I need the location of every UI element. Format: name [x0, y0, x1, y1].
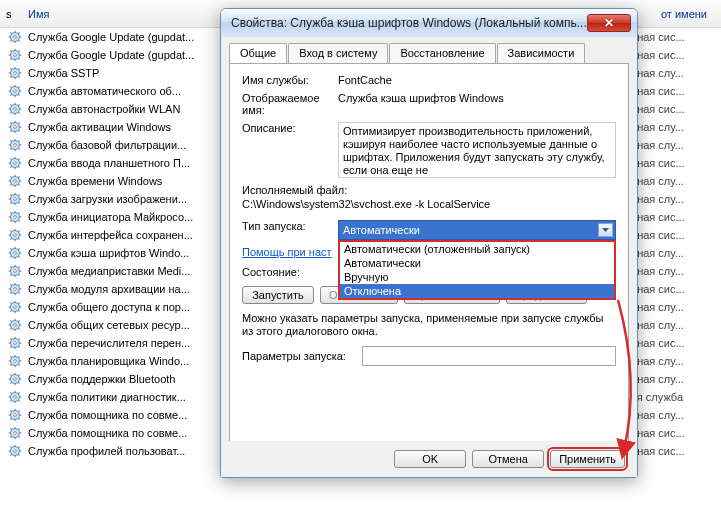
tab-recovery[interactable]: Восстановление — [389, 43, 495, 63]
svg-point-61 — [14, 144, 17, 147]
svg-line-86 — [10, 176, 11, 177]
dropdown-option[interactable]: Автоматически — [340, 256, 614, 270]
tab-page-general: Имя службы: FontCache Отображаемое имя: … — [229, 63, 629, 451]
label-startup-type: Тип запуска: — [242, 220, 338, 240]
svg-line-38 — [18, 86, 19, 87]
startup-type-combobox[interactable]: Автоматически — [338, 220, 616, 240]
svg-line-169 — [10, 328, 11, 329]
ok-button[interactable]: OK — [394, 450, 466, 468]
row-tail: льная слу... — [625, 175, 715, 187]
tab-dependencies[interactable]: Зависимости — [497, 43, 586, 63]
startup-type-selected: Автоматически — [343, 224, 420, 236]
close-icon: ✕ — [604, 16, 614, 30]
cancel-button[interactable]: Отмена — [472, 450, 544, 468]
header-left-fragment: s — [6, 8, 24, 20]
svg-point-31 — [14, 90, 17, 93]
svg-point-191 — [14, 378, 17, 381]
column-right-fragment: от имени — [635, 8, 715, 20]
tab-strip: Общие Вход в систему Восстановление Зави… — [221, 37, 637, 63]
dropdown-option[interactable]: Вручную — [340, 270, 614, 284]
gear-icon — [6, 228, 24, 242]
svg-point-171 — [14, 342, 17, 345]
gear-icon — [6, 336, 24, 350]
svg-line-177 — [18, 346, 19, 347]
svg-point-111 — [14, 234, 17, 237]
startup-type-dropdown[interactable]: Автоматически (отложенный запуск)Автомат… — [338, 240, 616, 300]
tab-general[interactable]: Общие — [229, 43, 287, 63]
svg-point-51 — [14, 126, 17, 129]
chevron-down-icon — [598, 223, 613, 237]
value-executable-path: C:\Windows\system32\svchost.exe -k Local… — [242, 198, 616, 210]
row-tail: льная сис... — [625, 337, 715, 349]
svg-line-149 — [10, 292, 11, 293]
svg-line-116 — [10, 230, 11, 231]
label-display-name: Отображаемое имя: — [242, 92, 338, 116]
svg-line-78 — [18, 158, 19, 159]
tab-logon[interactable]: Вход в систему — [288, 43, 388, 63]
gear-icon — [6, 282, 24, 296]
dialog-title: Свойства: Служба кэша шрифтов Windows (Л… — [227, 16, 587, 30]
svg-line-167 — [18, 328, 19, 329]
svg-line-236 — [10, 446, 11, 447]
svg-line-226 — [10, 428, 11, 429]
svg-line-206 — [10, 392, 11, 393]
label-service-name: Имя службы: — [242, 74, 338, 86]
svg-line-139 — [10, 274, 11, 275]
properties-dialog: Свойства: Служба кэша шрифтов Windows (Л… — [220, 8, 638, 478]
svg-line-218 — [18, 410, 19, 411]
svg-line-76 — [10, 158, 11, 159]
row-tail: льная слу... — [625, 121, 715, 133]
svg-line-207 — [18, 400, 19, 401]
svg-line-126 — [10, 248, 11, 249]
dialog-footer: OK Отмена Применить — [221, 441, 637, 477]
gear-icon — [6, 426, 24, 440]
svg-point-141 — [14, 288, 17, 291]
svg-line-6 — [10, 32, 11, 33]
svg-point-131 — [14, 270, 17, 273]
value-service-name: FontCache — [338, 74, 616, 86]
gear-icon — [6, 318, 24, 332]
gear-icon — [6, 30, 24, 44]
row-tail: льная слу... — [625, 265, 715, 277]
row-tail: льная сис... — [625, 229, 715, 241]
svg-line-77 — [18, 166, 19, 167]
svg-line-198 — [18, 374, 19, 375]
row-tail: льная слу... — [625, 67, 715, 79]
svg-line-227 — [18, 436, 19, 437]
row-tail: льная слу... — [625, 247, 715, 259]
svg-line-188 — [18, 356, 19, 357]
svg-line-56 — [10, 122, 11, 123]
label-start-params: Параметры запуска: — [242, 350, 362, 362]
start-params-input[interactable] — [362, 346, 616, 366]
row-tail: льная слу... — [625, 319, 715, 331]
help-link[interactable]: Помощь при наст — [242, 246, 332, 258]
svg-line-197 — [18, 382, 19, 383]
svg-line-47 — [18, 112, 19, 113]
svg-line-17 — [18, 58, 19, 59]
svg-line-88 — [18, 176, 19, 177]
gear-icon — [6, 138, 24, 152]
row-tail: льная сис... — [625, 283, 715, 295]
svg-line-157 — [18, 310, 19, 311]
svg-line-219 — [10, 418, 11, 419]
svg-point-221 — [14, 432, 17, 435]
apply-button[interactable]: Применить — [550, 450, 625, 468]
gear-icon — [6, 102, 24, 116]
start-button[interactable]: Запустить — [242, 286, 314, 304]
svg-line-156 — [10, 302, 11, 303]
row-tail: льная сис... — [625, 445, 715, 457]
svg-point-71 — [14, 162, 17, 165]
svg-line-9 — [10, 40, 11, 41]
row-tail: льная слу... — [625, 355, 715, 367]
dialog-titlebar[interactable]: Свойства: Служба кэша шрифтов Windows (Л… — [221, 9, 637, 37]
dropdown-option[interactable]: Отключена — [340, 284, 614, 298]
label-state: Состояние: — [242, 266, 338, 278]
svg-line-176 — [10, 338, 11, 339]
close-button[interactable]: ✕ — [587, 14, 631, 32]
svg-line-26 — [10, 68, 11, 69]
row-tail: льная сис... — [625, 49, 715, 61]
svg-line-8 — [18, 32, 19, 33]
svg-line-237 — [18, 454, 19, 455]
svg-line-127 — [18, 256, 19, 257]
dropdown-option[interactable]: Автоматически (отложенный запуск) — [340, 242, 614, 256]
